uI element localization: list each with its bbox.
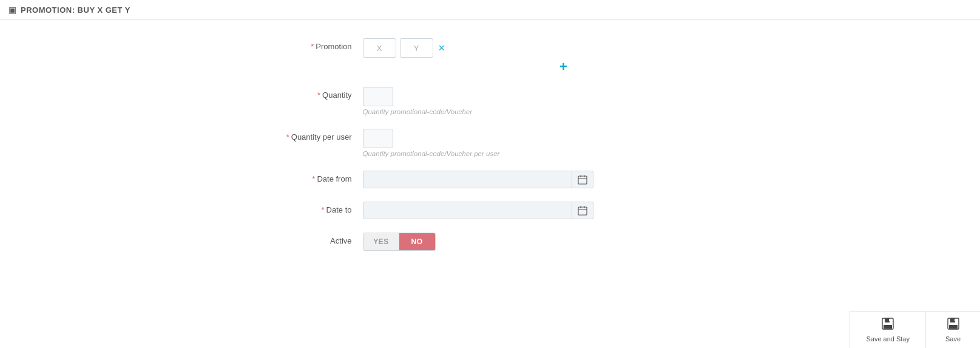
page-title: PROMOTION: BUY X GET Y bbox=[21, 5, 130, 15]
quantity-per-user-hint: Quantity promotional-code/Voucher per us… bbox=[363, 150, 751, 157]
promotion-inputs: × bbox=[363, 38, 751, 58]
active-field: YES NO bbox=[363, 233, 751, 251]
date-from-input[interactable] bbox=[363, 171, 572, 188]
svg-rect-0 bbox=[578, 176, 587, 184]
quantity-field: Quantity promotional-code/Voucher bbox=[363, 87, 751, 115]
header-icon: ▣ bbox=[8, 5, 16, 15]
date-from-row: *Date from bbox=[217, 171, 763, 188]
active-label: Active bbox=[229, 233, 363, 245]
page-header: ▣ PROMOTION: BUY X GET Y bbox=[0, 0, 980, 20]
calendar-icon bbox=[578, 175, 587, 185]
date-to-field bbox=[363, 202, 751, 219]
delete-promotion-button[interactable]: × bbox=[437, 43, 447, 53]
active-yes-button[interactable]: YES bbox=[363, 233, 399, 250]
quantity-per-user-input[interactable] bbox=[363, 129, 393, 148]
promotion-field: × + bbox=[363, 38, 751, 73]
svg-rect-4 bbox=[578, 207, 587, 215]
quantity-input[interactable] bbox=[363, 87, 393, 106]
date-to-input[interactable] bbox=[363, 202, 572, 219]
date-to-calendar-button[interactable] bbox=[572, 203, 593, 219]
quantity-label: *Quantity bbox=[229, 87, 363, 100]
add-promotion-button[interactable]: + bbox=[376, 60, 751, 73]
quantity-per-user-row: *Quantity per user Quantity promotional-… bbox=[217, 129, 763, 157]
promotion-label: *Promotion bbox=[229, 38, 363, 51]
calendar-icon bbox=[578, 206, 587, 216]
quantity-per-user-field: Quantity promotional-code/Voucher per us… bbox=[363, 129, 751, 157]
promotion-y-input[interactable] bbox=[400, 38, 433, 58]
promotion-row: *Promotion × + bbox=[217, 38, 763, 73]
active-row: Active YES NO bbox=[217, 233, 763, 251]
date-from-field bbox=[363, 171, 751, 188]
footer-bar: Save and Stay Save bbox=[850, 311, 980, 313]
save-button[interactable]: Save bbox=[925, 312, 980, 313]
promotion-x-input[interactable] bbox=[363, 38, 396, 58]
quantity-per-user-label: *Quantity per user bbox=[229, 129, 363, 142]
active-no-button[interactable]: NO bbox=[399, 233, 435, 250]
quantity-hint: Quantity promotional-code/Voucher bbox=[363, 108, 751, 115]
date-to-input-wrapper bbox=[363, 202, 593, 219]
date-from-label: *Date from bbox=[229, 171, 363, 183]
date-from-input-wrapper bbox=[363, 171, 593, 188]
form-container: *Promotion × + *Quantity Quantity promot… bbox=[217, 20, 763, 313]
date-to-label: *Date to bbox=[229, 202, 363, 214]
date-from-calendar-button[interactable] bbox=[572, 172, 593, 188]
save-and-stay-button[interactable]: Save and Stay bbox=[850, 312, 925, 313]
quantity-row: *Quantity Quantity promotional-code/Vouc… bbox=[217, 87, 763, 115]
active-toggle-group: YES NO bbox=[363, 233, 436, 251]
required-star: * bbox=[311, 42, 314, 51]
date-to-row: *Date to bbox=[217, 202, 763, 219]
